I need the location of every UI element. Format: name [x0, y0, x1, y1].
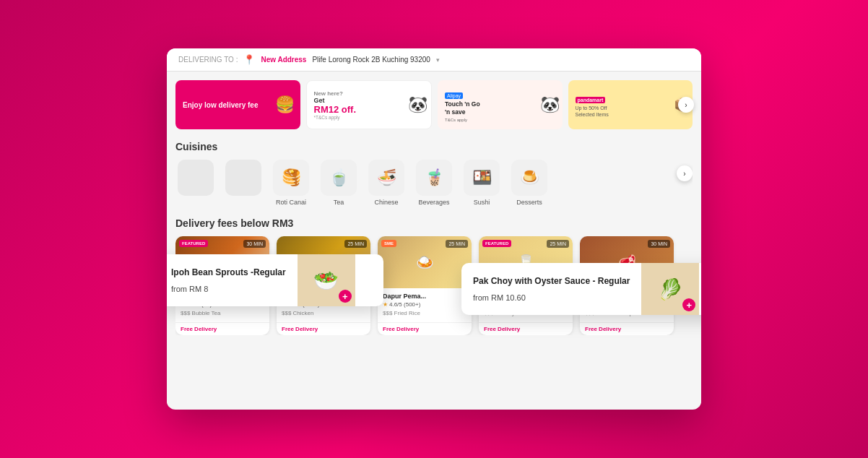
banner-2-top: New here?: [314, 90, 357, 97]
banner-alipay[interactable]: Alipay Touch 'n Go'n save T&Cs apply 🐼: [438, 80, 563, 129]
star-icon-3: ★: [383, 301, 388, 308]
dapur-rating-text: 4.6/5 (500+): [389, 301, 420, 308]
cuisine-desserts-label: Desserts: [516, 199, 542, 206]
cuisines-title: Cuisines: [175, 141, 693, 152]
pandamart-logo: pandamart: [576, 97, 606, 103]
cuisine-item-sushi[interactable]: 🍱 Sushi: [461, 160, 502, 206]
dapur-price: $$$ Fried Rice: [383, 310, 466, 316]
freshsoy-time: 25 MIN: [547, 240, 569, 248]
grill-free-delivery: Free Delivery: [580, 322, 674, 335]
cuisine-chinese-label: Chinese: [374, 199, 398, 206]
dapur-info: Dapur Pema... ★ 4.6/5 (500+) $$$ Fried R…: [378, 288, 472, 322]
pak-choy-tooltip-info: Pak Choy with Oyster Sauce - Regular fro…: [461, 263, 641, 315]
roti-canai-icon: 🥞: [273, 160, 309, 196]
chicken-time: 25 MIN: [344, 240, 367, 248]
cuisine-item-beverages[interactable]: 🧋 Beverages: [414, 160, 454, 206]
browser-window: DELIVERING TO : 📍 New Address Plife Loro…: [167, 48, 701, 410]
dapur-name: Dapur Pema...: [383, 293, 466, 300]
dapur-time: 25 MIN: [446, 240, 468, 248]
panda-icon: 🐼: [408, 95, 428, 114]
cuisine-item-ghost-1[interactable]: [175, 160, 216, 196]
chicken-free-delivery: Free Delivery: [277, 322, 370, 335]
banner-low-delivery[interactable]: Enjoy low delivery fee 🍔: [175, 80, 300, 129]
dapur-free-delivery: Free Delivery: [378, 322, 472, 335]
cuisine-beverages-label: Beverages: [418, 199, 449, 206]
banner-section: Enjoy low delivery fee 🍔 New here? Get R…: [175, 80, 693, 129]
chinese-icon: 🍜: [368, 160, 404, 196]
sharetea-free-delivery: Free Delivery: [175, 322, 269, 335]
banner-2-highlight: RM12 off.: [314, 104, 357, 115]
banner-next-button[interactable]: ›: [678, 97, 694, 113]
sharetea-badge: FEATURED: [179, 240, 208, 247]
new-address-label[interactable]: New Address: [261, 56, 306, 64]
location-pin-icon: 📍: [243, 54, 255, 65]
desserts-icon: 🍮: [511, 160, 547, 196]
cuisine-item-desserts[interactable]: 🍮 Desserts: [509, 160, 550, 206]
grill-time: 30 MIN: [648, 240, 670, 248]
pak-choy-tooltip: Pak Choy with Oyster Sauce - Regular fro…: [461, 263, 701, 315]
cuisine-item-ghost-2[interactable]: [223, 160, 264, 196]
cuisine-item-tea[interactable]: 🍵 Tea: [318, 160, 359, 206]
bean-sprouts-tooltip-info: Ipoh Bean Sprouts -Regular from RM 8: [167, 254, 298, 306]
cuisine-sushi-label: Sushi: [474, 199, 490, 206]
sharetea-cuisine: Bubble Tea: [192, 310, 221, 316]
delivery-section-title: Delivery fees below RM3: [175, 217, 693, 229]
address-text: Plife Lorong Rock 2B Kuching 93200: [312, 56, 430, 64]
sharetea-price: $$$ Bubble Tea: [181, 310, 264, 316]
dapur-rating: ★ 4.6/5 (500+): [383, 301, 466, 308]
chicken-price: $$$ Chicken: [282, 310, 365, 316]
restaurant-card-dapur[interactable]: 🍛 SME 25 MIN Dapur Pema... ★ 4.6/5 (500+…: [378, 236, 472, 335]
chevron-down-icon[interactable]: ▾: [436, 56, 440, 64]
alipay-panda-icon: 🐼: [540, 95, 560, 114]
cuisine-roti-label: Roti Canai: [276, 199, 306, 206]
pak-choy-name: Pak Choy with Oyster Sauce - Regular: [473, 276, 630, 286]
cuisine-tea-label: Tea: [334, 199, 344, 206]
banner-1-text: Enjoy low delivery fee: [183, 100, 258, 110]
banner-pandamart[interactable]: pandamart Up to 50% OffSelected Items 📦: [568, 80, 693, 129]
cuisines-next-button[interactable]: ›: [677, 165, 693, 181]
beverages-icon: 🧋: [416, 160, 452, 196]
bean-sprouts-price: from RM 8: [171, 285, 286, 293]
sharetea-time: 30 MIN: [243, 240, 266, 248]
dapur-sme-badge: SME: [381, 240, 396, 247]
alipay-badge: Alipay: [445, 92, 463, 99]
pak-choy-price: from RM 10.60: [473, 293, 630, 302]
cuisine-item-chinese[interactable]: 🍜 Chinese: [366, 160, 407, 206]
freshsoy-badge: FEATURED: [482, 240, 511, 247]
bean-sprouts-tooltip: Ipoh Bean Sprouts -Regular from RM 8 🥗 +: [167, 254, 383, 306]
delivering-to-label: DELIVERING TO :: [178, 56, 238, 64]
dapur-cuisine: Fried Rice: [394, 310, 420, 316]
bean-sprouts-image: 🥗 +: [298, 254, 355, 306]
pak-choy-add-button[interactable]: +: [682, 298, 695, 311]
browser-bar: DELIVERING TO : 📍 New Address Plife Loro…: [167, 48, 701, 72]
pak-choy-image: 🥬 +: [641, 263, 699, 315]
chicken-cuisine: Chicken: [293, 310, 314, 316]
cuisine-item-roti[interactable]: 🥞 Roti Canai: [271, 160, 311, 206]
banner-2-sub: *T&Cs apply: [314, 115, 357, 120]
banner-4-sub: Up to 50% OffSelected Items: [576, 105, 609, 118]
tea-icon: 🍵: [321, 160, 357, 196]
freshsoy-free-delivery: Free Delivery: [479, 322, 573, 335]
banner-2-main: Get: [314, 97, 357, 104]
cuisines-section: 🥞 Roti Canai 🍵 Tea 🍜 Chinese 🧋 Beverages…: [175, 160, 693, 206]
browser-content: Enjoy low delivery fee 🍔 New here? Get R…: [167, 72, 701, 407]
burger-icon: 🍔: [275, 95, 295, 114]
bean-sprouts-add-button[interactable]: +: [339, 290, 352, 303]
banner-3-text: Touch 'n Go'n save: [445, 100, 480, 116]
banner-new-user[interactable]: New here? Get RM12 off. *T&Cs apply 🐼: [306, 80, 433, 129]
sushi-icon: 🍱: [464, 160, 500, 196]
banner-3-sub: T&Cs apply: [445, 118, 480, 122]
bean-sprouts-name: Ipoh Bean Sprouts -Regular: [171, 267, 286, 277]
dapur-image: 🍛 SME 25 MIN: [378, 236, 472, 288]
